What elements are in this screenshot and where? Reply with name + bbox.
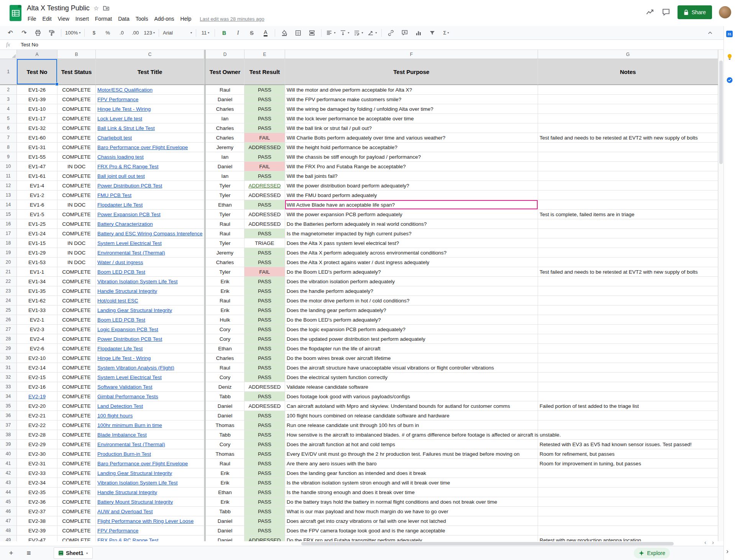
- row-header-36[interactable]: 36: [0, 411, 17, 420]
- cell-test-purpose-32[interactable]: Does the electrical system function corr…: [285, 373, 538, 382]
- tasks-icon[interactable]: [726, 77, 733, 83]
- cell-test-no-8[interactable]: EV1-31: [17, 143, 57, 152]
- cell-test-status-21[interactable]: COMPLETE: [57, 267, 96, 277]
- cell-test-result-34[interactable]: PASS: [244, 392, 285, 401]
- cell-test-result-16[interactable]: ADDRESSED: [244, 219, 285, 229]
- cell-test-status-23[interactable]: COMPLETE: [57, 286, 96, 296]
- column-header-B[interactable]: B: [57, 50, 96, 59]
- cell-test-owner-11[interactable]: Ian: [206, 171, 244, 181]
- cell-test-title-20[interactable]: Water / dust ingress: [96, 258, 204, 267]
- font-size-select[interactable]: 11▾: [199, 28, 212, 38]
- cell-test-status-25[interactable]: COMPLETE: [57, 305, 96, 315]
- cell-test-result-41[interactable]: PASS: [244, 459, 285, 468]
- row-header-38[interactable]: 38: [0, 430, 17, 440]
- cell-notes-12[interactable]: [538, 181, 718, 190]
- cell-test-status-46[interactable]: COMPLETE: [57, 507, 96, 516]
- row-header-33[interactable]: 33: [0, 382, 17, 392]
- row-header-13[interactable]: 13: [0, 190, 17, 200]
- cell-test-purpose-23[interactable]: Does the handle perform adequately?: [285, 286, 538, 296]
- cell-test-purpose-4[interactable]: Will the wiring be damaged by folding / …: [285, 104, 538, 114]
- cell-test-purpose-33[interactable]: Validate release candidate software: [285, 382, 538, 392]
- cell-test-owner-3[interactable]: Daniel: [206, 95, 244, 104]
- cell-test-result-15[interactable]: ADDRESSED: [244, 210, 285, 219]
- cell-test-title-44[interactable]: Handle Structural Integrity: [96, 488, 204, 497]
- cell-notes-49[interactable]: Retest with new production antenna locat…: [538, 535, 718, 541]
- borders-button[interactable]: [292, 28, 305, 38]
- menu-help[interactable]: Help: [177, 15, 195, 23]
- cell-notes-20[interactable]: [538, 258, 718, 267]
- insert-chart-button[interactable]: [412, 28, 425, 38]
- row-header-10[interactable]: 10: [0, 162, 17, 171]
- row-header-44[interactable]: 44: [0, 488, 17, 497]
- cell-test-title-27[interactable]: Logic Expansion PCB Test: [96, 325, 204, 334]
- cell-test-status-4[interactable]: COMPLETE: [57, 104, 96, 114]
- cell-test-no-31[interactable]: EV2-14: [17, 363, 57, 373]
- cell-test-no-33[interactable]: EV2-16: [17, 382, 57, 392]
- cell-test-no-3[interactable]: EV1-39: [17, 95, 57, 104]
- row-header-2[interactable]: 2: [0, 85, 17, 95]
- cell-test-purpose-30[interactable]: Do the boom wires break over aircraft li…: [285, 353, 538, 363]
- cell-test-status-37[interactable]: COMPLETE: [57, 420, 96, 430]
- cell-test-no-5[interactable]: EV1-17: [17, 114, 57, 123]
- cell-test-status-30[interactable]: COMPLETE: [57, 353, 96, 363]
- cell-test-no-27[interactable]: EV2-3: [17, 325, 57, 334]
- row-header-48[interactable]: 48: [0, 526, 17, 535]
- cell-test-result-43[interactable]: PASS: [244, 478, 285, 488]
- cell-test-status-12[interactable]: COMPLETE: [57, 181, 96, 190]
- cell-test-title-42[interactable]: Landing Gear Structural Integrity: [96, 468, 204, 478]
- cell-test-no-19[interactable]: EV1-29: [17, 248, 57, 258]
- cell-test-owner-7[interactable]: Charles: [206, 133, 244, 143]
- cell-notes-26[interactable]: [538, 315, 718, 325]
- cell-test-status-24[interactable]: COMPLETE: [57, 296, 96, 305]
- cell-test-title-37[interactable]: 100hr minimum Burn in time: [96, 420, 204, 430]
- menu-view[interactable]: View: [55, 15, 72, 23]
- cell-test-owner-25[interactable]: Erik: [206, 305, 244, 315]
- cell-test-no-46[interactable]: EV2-37: [17, 507, 57, 516]
- row-header-42[interactable]: 42: [0, 468, 17, 478]
- cell-test-result-25[interactable]: PASS: [244, 305, 285, 315]
- cell-test-no-48[interactable]: EV2-39: [17, 526, 57, 535]
- cell-test-purpose-37[interactable]: Run one release candidate unit through 1…: [285, 420, 538, 430]
- row-header-12[interactable]: 12: [0, 181, 17, 190]
- cell-test-no-24[interactable]: EV1-62: [17, 296, 57, 305]
- cell-test-purpose-25[interactable]: Does the landing gear perform adequately…: [285, 305, 538, 315]
- cell-test-result-4[interactable]: PASS: [244, 104, 285, 114]
- cell-notes-7[interactable]: Test failed and needs to be retested at …: [538, 133, 718, 143]
- cell-test-owner-36[interactable]: Daniel: [206, 411, 244, 420]
- cell-test-title-7[interactable]: Charliebolt test: [96, 133, 204, 143]
- cell-test-no-17[interactable]: EV1-24: [17, 229, 57, 238]
- star-icon[interactable]: ☆: [94, 5, 99, 12]
- row-header-28[interactable]: 28: [0, 334, 17, 344]
- cell-test-no-12[interactable]: EV1-4: [17, 181, 57, 190]
- comment-history-icon[interactable]: [661, 8, 671, 17]
- cell-test-no-40[interactable]: EV2-30: [17, 449, 57, 459]
- cell-test-owner-42[interactable]: Erik: [206, 468, 244, 478]
- cell-test-no-49[interactable]: EV2-47: [17, 535, 57, 541]
- cell-notes-29[interactable]: [538, 344, 718, 353]
- cell-notes-19[interactable]: [538, 248, 718, 258]
- redo-button[interactable]: ↷: [18, 28, 31, 38]
- cell-test-no-11[interactable]: EV1-61: [17, 171, 57, 181]
- header-cell-C1[interactable]: Test Title: [96, 59, 204, 85]
- menu-file[interactable]: File: [25, 15, 39, 23]
- row-header-49[interactable]: 49: [0, 535, 17, 541]
- cell-test-title-39[interactable]: Environmental Test (Thermal): [96, 440, 204, 449]
- row-header-14[interactable]: 14: [0, 200, 17, 210]
- cell-notes-22[interactable]: [538, 277, 718, 286]
- cell-test-result-20[interactable]: PASS: [244, 258, 285, 267]
- cell-test-result-8[interactable]: ADDRESSED: [244, 143, 285, 152]
- cell-test-status-33[interactable]: COMPLETE: [57, 382, 96, 392]
- cell-test-result-28[interactable]: PASS: [244, 334, 285, 344]
- cell-test-status-16[interactable]: COMPLETE: [57, 219, 96, 229]
- cell-test-title-48[interactable]: FPV Performance: [96, 526, 204, 535]
- cell-test-no-6[interactable]: EV1-32: [17, 123, 57, 133]
- row-header-19[interactable]: 19: [0, 248, 17, 258]
- cell-notes-32[interactable]: [538, 373, 718, 382]
- cell-test-title-23[interactable]: Handle Structural Integrity: [96, 286, 204, 296]
- cell-test-title-22[interactable]: Vibration Isolation System Life Test: [96, 277, 204, 286]
- cell-test-result-19[interactable]: PASS: [244, 248, 285, 258]
- cell-notes-17[interactable]: [538, 229, 718, 238]
- cell-test-owner-30[interactable]: Charles: [206, 353, 244, 363]
- cell-test-result-3[interactable]: PASS: [244, 95, 285, 104]
- cell-test-owner-47[interactable]: Daniel: [206, 516, 244, 526]
